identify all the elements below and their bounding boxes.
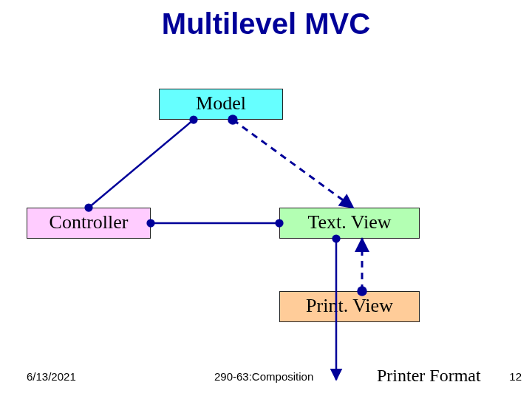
slide-number: 12 [509, 370, 522, 383]
edge-model-textview [233, 120, 353, 208]
node-controller: Controller [27, 208, 151, 239]
footer-course: 290-63:Composition [214, 370, 313, 383]
edge-controller-model [89, 120, 194, 208]
node-printview: Print. View [279, 291, 420, 322]
footer-date: 6/13/2021 [27, 370, 76, 383]
connectors-svg [0, 0, 532, 399]
node-model: Model [159, 89, 283, 120]
node-textview: Text. View [279, 208, 420, 239]
slide-title: Multilevel MVC [0, 7, 532, 41]
printer-format-label: Printer Format [377, 366, 481, 386]
